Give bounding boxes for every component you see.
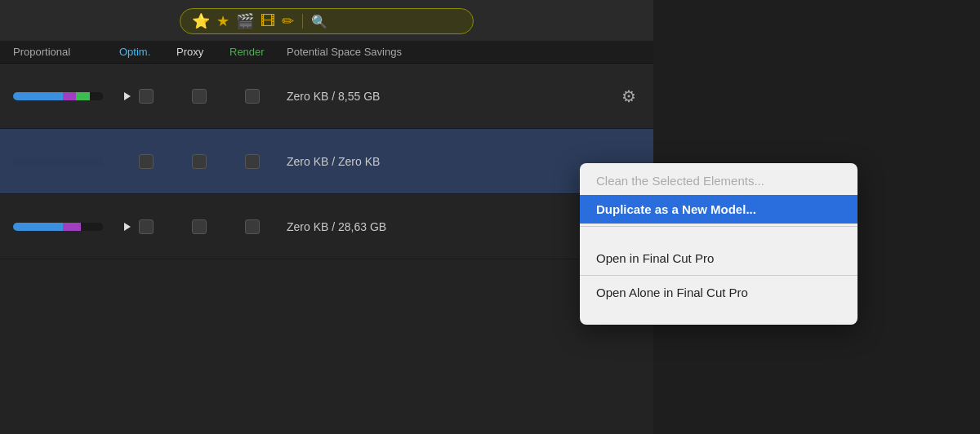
menu-item-duplicate[interactable]: Duplicate as a New Model... (580, 195, 858, 224)
check-cells-row2 (119, 154, 278, 169)
progress-track-row1 (13, 92, 103, 100)
pencil-icon[interactable]: ✏ (282, 12, 294, 30)
menu-item-open-alone-fcp[interactable]: Open in Final Cut Pro (580, 244, 858, 272)
menu-item-clean[interactable]: Clean the Selected Elements... (580, 166, 858, 195)
menu-item-show-contents-finder[interactable] (580, 307, 858, 321)
menu-separator-2 (580, 275, 858, 276)
check-proxy-row3[interactable] (172, 219, 225, 234)
check-render-row2[interactable] (225, 154, 278, 169)
star-icon[interactable]: ★ (216, 12, 229, 30)
progress-triangle-row1 (124, 92, 131, 100)
ratings-icon[interactable]: ⭐ (192, 12, 210, 30)
film-icon[interactable]: 🎞 (261, 13, 275, 30)
check-proxy-row1[interactable] (172, 89, 225, 104)
progress-triangle-row3 (124, 223, 131, 231)
space-text-row1: Zero KB / 8,55 GB (278, 90, 617, 103)
col-proxy: Proxy (176, 46, 229, 58)
gear-button-row1[interactable]: ⚙ (617, 85, 640, 108)
check-render-row1[interactable] (225, 89, 278, 104)
table-row[interactable]: Zero KB / 8,55 GB ⚙ (0, 64, 653, 129)
toolbar-icons: ⭐ ★ 🎬 🎞 ✏ (192, 12, 294, 30)
check-optim-row2[interactable] (119, 154, 172, 169)
column-headers: Proportional Optim. Proxy Render Potenti… (0, 41, 653, 64)
table-row[interactable]: Zero KB / Zero KB (0, 129, 653, 194)
menu-separator-1 (580, 226, 858, 227)
progress-area-row3 (13, 223, 119, 231)
progress-area-row1 (13, 92, 119, 100)
col-proportional: Proportional (13, 46, 119, 58)
context-menu: Clean the Selected Elements... Duplicate… (580, 163, 858, 325)
toolbar: ⭐ ★ 🎬 🎞 ✏ 🔍 (0, 0, 653, 41)
check-proxy-row2[interactable] (172, 154, 225, 169)
table-row[interactable]: Zero KB / 28,63 GB (0, 194, 653, 259)
check-cells-row3 (119, 219, 278, 234)
search-bar[interactable]: ⭐ ★ 🎬 🎞 ✏ 🔍 (180, 8, 474, 34)
col-optim: Optim. (119, 46, 176, 58)
toolbar-divider (302, 14, 303, 29)
col-render: Render (229, 46, 287, 58)
menu-item-show-finder[interactable]: Open Alone in Final Cut Pro (580, 278, 858, 307)
progress-bar-row2 (13, 157, 103, 166)
progress-area-row2 (13, 157, 119, 166)
clapper-icon[interactable]: 🎬 (236, 12, 254, 30)
check-render-row3[interactable] (225, 219, 278, 234)
progress-track-row3 (13, 223, 103, 231)
list-rows: Zero KB / 8,55 GB ⚙ Zero KB / Zero KB (0, 64, 653, 434)
col-space: Potential Space Savings (287, 46, 640, 58)
check-cells-row1 (119, 89, 278, 104)
left-panel: ⭐ ★ 🎬 🎞 ✏ 🔍 Proportional Optim. Proxy Re… (0, 0, 653, 434)
search-icon: 🔍 (311, 14, 327, 29)
menu-item-open-fcp[interactable] (580, 229, 858, 244)
